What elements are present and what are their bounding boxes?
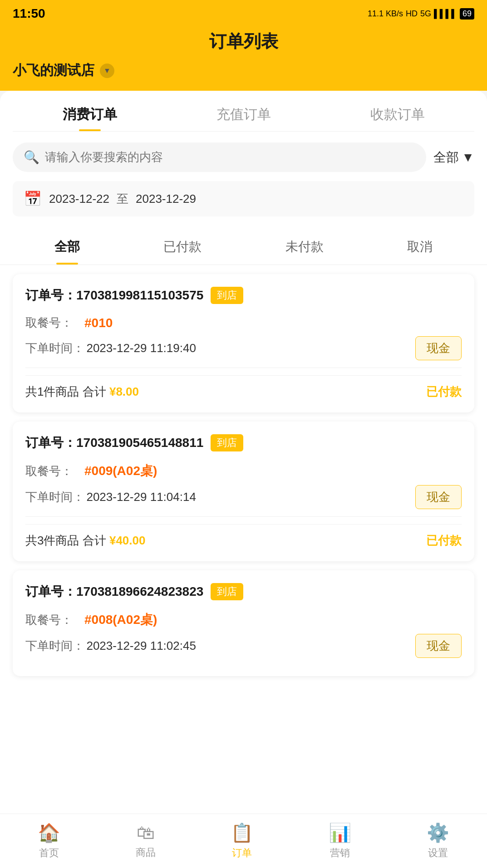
filter-button[interactable]: 全部 ▼ [433,149,474,166]
nav-item-order[interactable]: 📋 订单 [231,822,253,860]
main-tabs: 消费订单 充值订单 收款订单 [13,91,474,132]
home-label: 首页 [39,846,59,860]
order-footer: 共3件商品 合计 ¥40.00 已付款 [25,524,462,549]
order-time: 2023-12-29 11:04:14 [86,490,196,504]
order-summary: 共3件商品 合计 ¥40.00 [25,533,145,549]
marketing-label: 营销 [330,846,350,860]
signal-icon: ▌▌▌▌ [434,9,457,19]
calendar-icon: 📅 [24,190,42,207]
date-start: 2023-12-22 [49,192,109,206]
date-end: 2023-12-29 [136,192,196,206]
status-tab-cancelled[interactable]: 取消 [407,231,433,265]
nav-item-marketing[interactable]: 📊 营销 [329,822,351,860]
status-icons: 11.1 KB/s HD 5G ▌▌▌▌ 69 [368,8,474,20]
page-header: 订单列表 [0,25,487,61]
pickup-number: #009(A02桌) [84,462,157,480]
goods-label: 商品 [136,846,156,859]
search-input-wrap: 🔍 [13,142,426,172]
payment-method: 现金 [415,485,462,509]
order-card[interactable]: 订单号：170381896624823823 到店 取餐号： #008(A02桌… [13,570,474,676]
pickup-label: 取餐号： [25,463,84,479]
hd-icon: HD [406,9,418,19]
marketing-icon: 📊 [329,822,351,843]
order-footer: 共1件商品 合计 ¥8.00 已付款 [25,375,462,400]
battery-icon: 69 [460,8,474,20]
network-type: 5G [420,9,431,19]
order-divider [25,516,462,517]
store-dropdown-icon[interactable]: ▼ [100,64,114,78]
order-label: 订单 [232,846,252,860]
home-icon: 🏠 [38,822,60,843]
order-summary: 共1件商品 合计 ¥8.00 [25,384,139,400]
pickup-number: #010 [84,316,113,330]
date-separator: 至 [117,191,128,207]
order-list: 订单号：170381998115103575 到店 取餐号： #010 下单时间… [0,265,487,685]
order-header: 订单号：170381998115103575 到店 [25,287,462,304]
store-selector[interactable]: 小飞的测试店 ▼ [0,61,487,91]
status-tab-all[interactable]: 全部 [54,231,80,265]
tab-collect[interactable]: 收款订单 [370,105,425,131]
order-number: 订单号：170381998115103575 [25,287,203,304]
order-total: ¥8.00 [109,385,139,398]
payment-method: 现金 [415,634,462,658]
order-tag: 到店 [211,583,243,600]
settings-icon: ⚙️ [427,822,449,843]
store-name: 小飞的测试店 [13,61,94,80]
pickup-number: #008(A02桌) [84,611,157,628]
status-tab-paid[interactable]: 已付款 [163,231,202,265]
time-label: 下单时间： [25,341,84,355]
order-status: 已付款 [426,384,462,400]
order-card[interactable]: 订单号：170381905465148811 到店 取餐号： #009(A02桌… [13,422,474,561]
order-time: 2023-12-29 11:19:40 [86,341,196,355]
order-header: 订单号：170381905465148811 到店 [25,434,462,451]
order-time-row: 下单时间： 2023-12-29 11:02:45 现金 [25,634,462,658]
time-label: 下单时间： [25,639,84,652]
status-time: 11:50 [13,6,45,21]
status-tabs: 全部 已付款 未付款 取消 [0,226,487,265]
nav-item-home[interactable]: 🏠 首页 [38,822,60,860]
order-pickup-row: 取餐号： #008(A02桌) [25,611,462,628]
tab-consume[interactable]: 消费订单 [63,105,117,131]
search-input[interactable] [45,150,415,164]
order-status: 已付款 [426,533,462,549]
order-tag: 到店 [211,287,243,304]
payment-method: 现金 [415,336,462,360]
pickup-label: 取餐号： [25,612,84,628]
nav-item-settings[interactable]: ⚙️ 设置 [427,822,449,860]
search-bar: 🔍 全部 ▼ [13,142,474,172]
date-range-picker[interactable]: 📅 2023-12-22 至 2023-12-29 [13,181,474,216]
order-number: 订单号：170381896624823823 [25,583,203,600]
settings-label: 设置 [428,846,448,860]
order-pickup-row: 取餐号： #009(A02桌) [25,462,462,480]
page-title: 订单列表 [0,30,487,53]
time-label: 下单时间： [25,490,84,504]
order-card[interactable]: 订单号：170381998115103575 到店 取餐号： #010 下单时间… [13,274,474,412]
filter-dropdown-icon: ▼ [462,150,474,165]
order-number: 订单号：170381905465148811 [25,434,203,451]
nav-item-goods[interactable]: 🛍 商品 [136,823,156,859]
search-icon: 🔍 [24,150,39,165]
order-pickup-row: 取餐号： #010 [25,315,462,331]
pickup-label: 取餐号： [25,315,84,331]
status-tab-unpaid[interactable]: 未付款 [285,231,324,265]
order-time-row: 下单时间： 2023-12-29 11:19:40 现金 [25,336,462,360]
order-tag: 到店 [211,434,243,451]
order-time: 2023-12-29 11:02:45 [86,639,196,652]
order-icon: 📋 [231,822,253,843]
main-content: 消费订单 充值订单 收款订单 🔍 全部 ▼ 📅 2023-12-22 至 202… [0,91,487,832]
order-time-row: 下单时间： 2023-12-29 11:04:14 现金 [25,485,462,509]
bottom-nav: 🏠 首页 🛍 商品 📋 订单 📊 营销 ⚙️ 设置 [0,814,487,868]
speed-indicator: 11.1 KB/s [368,9,403,19]
order-header: 订单号：170381896624823823 到店 [25,583,462,600]
order-total: ¥40.00 [109,534,146,547]
goods-icon: 🛍 [137,823,155,843]
tab-recharge[interactable]: 充值订单 [216,105,271,131]
order-divider [25,368,462,368]
status-bar: 11:50 11.1 KB/s HD 5G ▌▌▌▌ 69 [0,0,487,25]
